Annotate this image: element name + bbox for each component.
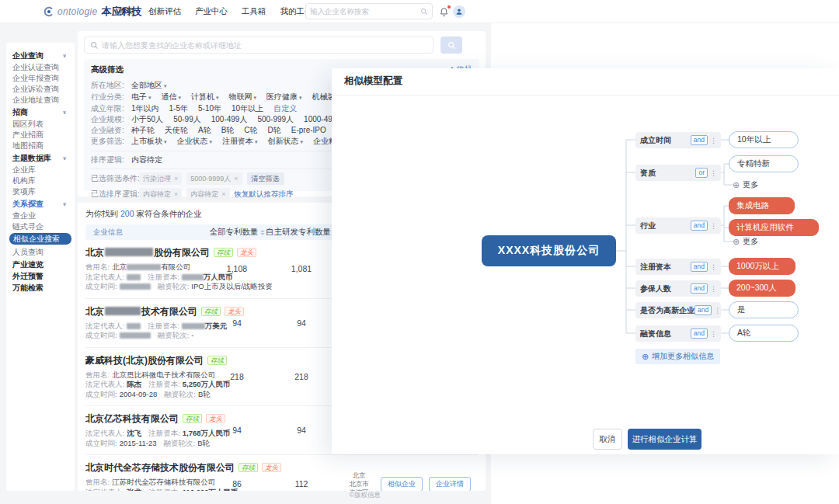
- sidebar-item-industry-investment[interactable]: 产业招商: [12, 130, 68, 140]
- table-row[interactable]: 北京时代全芯存储技术股份有限公司存续龙头 曾用名:江苏时代全芯存储科技有限公司 …: [85, 454, 478, 491]
- operator-badge[interactable]: and: [691, 221, 708, 231]
- branch-registered-capital[interactable]: 注册资本 and ⋮: [635, 259, 721, 275]
- more-dots-icon[interactable]: ⋮: [710, 330, 717, 338]
- company-name[interactable]: 北京股份有限公司存续龙头: [85, 246, 208, 259]
- company-name[interactable]: 北京时代全芯存储技术股份有限公司存续龙头: [85, 461, 208, 474]
- sidebar-item-person-query[interactable]: 人员查询: [12, 247, 68, 257]
- sort-icon[interactable]: [260, 230, 265, 235]
- sidebar-item-lawsuit-query[interactable]: 企业诉讼查询: [12, 84, 68, 94]
- branch-value[interactable]: 专精特新: [729, 155, 799, 172]
- selected-filter-tag[interactable]: 污染治理×: [139, 172, 182, 185]
- sidebar-item-award-db[interactable]: 奖项库: [12, 186, 68, 196]
- branch-value[interactable]: 10年以上: [729, 131, 799, 148]
- more-dots-icon[interactable]: ⋮: [710, 222, 717, 230]
- company-search-box[interactable]: [84, 36, 433, 54]
- filter-option[interactable]: E-pre-IPO: [291, 125, 326, 136]
- sidebar-item-institution-db[interactable]: 机构库: [12, 176, 68, 186]
- more-values-button[interactable]: ⊕更多: [733, 179, 758, 190]
- filter-option[interactable]: 小于50人: [131, 114, 163, 125]
- sidebar-item-map-investment[interactable]: 地图招商: [12, 141, 68, 151]
- sidebar-item-cert-query[interactable]: 企业认证查询: [12, 62, 68, 72]
- filter-option[interactable]: 医疗健康: [266, 92, 302, 103]
- close-icon[interactable]: ×: [234, 175, 238, 182]
- filter-option[interactable]: A轮: [198, 125, 211, 136]
- nav-industry-center[interactable]: 产业中心: [195, 6, 228, 17]
- operator-badge[interactable]: and: [691, 135, 708, 145]
- search-button[interactable]: [440, 36, 462, 54]
- custom-range-link[interactable]: 自定义: [273, 103, 297, 114]
- filter-option[interactable]: 50-99人: [173, 114, 201, 125]
- operator-badge[interactable]: or: [695, 168, 708, 178]
- run-similar-calculation-button[interactable]: 进行相似企业计算: [628, 429, 701, 450]
- more-values-button[interactable]: ⊕更多: [733, 236, 758, 247]
- filter-option[interactable]: 企业状态: [177, 136, 213, 148]
- filter-option[interactable]: 通信: [162, 92, 182, 103]
- sidebar-group-theme-db[interactable]: 主题数据库∨: [12, 154, 68, 162]
- more-dots-icon[interactable]: ⋮: [710, 285, 717, 293]
- filter-option[interactable]: 10年以上: [232, 103, 263, 114]
- branch-value-highlighted[interactable]: 集成电路: [729, 197, 795, 214]
- company-name[interactable]: 北京技术有限公司存续龙头: [85, 305, 208, 318]
- filter-option[interactable]: 种子轮: [131, 125, 155, 136]
- header-search-box[interactable]: [305, 3, 433, 19]
- restore-default-sort-link[interactable]: 恢复默认推荐排序: [235, 189, 294, 200]
- sidebar-item-chain-search[interactable]: 链式寻企: [12, 221, 68, 231]
- enterprise-detail-button[interactable]: 企业详情: [429, 477, 471, 491]
- sidebar-item-enterprise-db[interactable]: 企业库: [12, 165, 68, 175]
- col-header-all-patents[interactable]: 全部专利数量: [208, 227, 266, 238]
- sidebar-item-industry-overview[interactable]: 产业速览: [12, 260, 68, 269]
- branch-value-highlighted[interactable]: 1000万以上: [729, 258, 795, 275]
- filter-option[interactable]: 500-999人: [257, 114, 294, 125]
- filter-option[interactable]: 天使轮: [165, 125, 188, 136]
- filter-option[interactable]: 1-5年: [169, 103, 188, 114]
- user-avatar[interactable]: [453, 5, 465, 18]
- sidebar-group-relation-explore[interactable]: 关系探查∨: [12, 200, 68, 208]
- branch-value-highlighted[interactable]: 计算机应用软件: [729, 219, 819, 236]
- sidebar-group-investment[interactable]: 招商∨: [12, 108, 68, 116]
- nav-toolbox[interactable]: 工具箱: [242, 6, 266, 17]
- notification-bell-icon[interactable]: [439, 6, 450, 17]
- more-dots-icon[interactable]: ⋮: [710, 169, 717, 177]
- company-name[interactable]: 北京亿芯科技有限公司存续龙头: [85, 412, 208, 426]
- filter-option[interactable]: D轮: [268, 125, 281, 136]
- sidebar-item-similar-enterprise-search[interactable]: 相似企业搜索: [9, 233, 71, 245]
- sidebar-item-universal-search[interactable]: 万能检索: [12, 283, 68, 292]
- filter-option[interactable]: 5-10年: [198, 103, 221, 114]
- sidebar-item-relocation-warning[interactable]: 外迁预警: [12, 272, 68, 280]
- operator-badge[interactable]: and: [691, 262, 708, 272]
- close-icon[interactable]: ×: [174, 175, 178, 182]
- close-icon[interactable]: ×: [174, 190, 178, 198]
- selected-sort-tag[interactable]: 内容待定×: [186, 188, 229, 200]
- sidebar-item-address-query[interactable]: 企业地址查询: [12, 95, 68, 105]
- branch-financing-info[interactable]: 融资信息 and ⋮: [635, 325, 721, 342]
- operator-badge[interactable]: and: [691, 328, 708, 339]
- close-icon[interactable]: ×: [221, 190, 225, 198]
- nav-home[interactable]: 首页: [118, 6, 134, 17]
- nav-innovation-eval[interactable]: 创新评估: [148, 6, 181, 17]
- filter-option[interactable]: 计算机: [191, 92, 219, 103]
- branch-value[interactable]: A轮: [729, 325, 799, 342]
- branch-hightech[interactable]: 是否为高新企业 and ⋮: [635, 302, 721, 318]
- more-dots-icon[interactable]: ⋮: [710, 137, 717, 144]
- branch-industry[interactable]: 行业 and ⋮: [635, 217, 721, 234]
- sidebar-group-enterprise-query[interactable]: 企业查询∨: [12, 51, 68, 60]
- filter-option[interactable]: 电子: [131, 92, 151, 103]
- branch-value-highlighted[interactable]: 200~300人: [729, 280, 795, 297]
- operator-badge[interactable]: and: [695, 305, 712, 315]
- company-search-input[interactable]: [102, 41, 427, 50]
- branch-insured-count[interactable]: 参保人数 and ⋮: [635, 280, 721, 297]
- filter-option[interactable]: 1年以内: [131, 103, 159, 114]
- sidebar-item-park-list[interactable]: 园区列表: [12, 119, 68, 129]
- filter-option[interactable]: 注册资本: [222, 136, 258, 148]
- filter-option[interactable]: 创新状态: [268, 136, 304, 148]
- branch-value[interactable]: 是: [729, 301, 799, 318]
- operator-badge[interactable]: and: [691, 283, 708, 294]
- filter-option[interactable]: 物联网: [229, 92, 257, 103]
- company-name[interactable]: 豪威科技(北京)股份有限公司存续: [85, 354, 208, 367]
- selected-filter-tag[interactable]: 5000-9999人×: [186, 172, 242, 185]
- filter-option[interactable]: C轮: [244, 125, 257, 136]
- filter-option[interactable]: 100-499人: [211, 114, 248, 125]
- similar-enterprise-button[interactable]: 相似企业: [381, 477, 423, 491]
- branch-founding-time[interactable]: 成立时间 and ⋮: [635, 132, 721, 148]
- more-dots-icon[interactable]: ⋮: [714, 307, 721, 315]
